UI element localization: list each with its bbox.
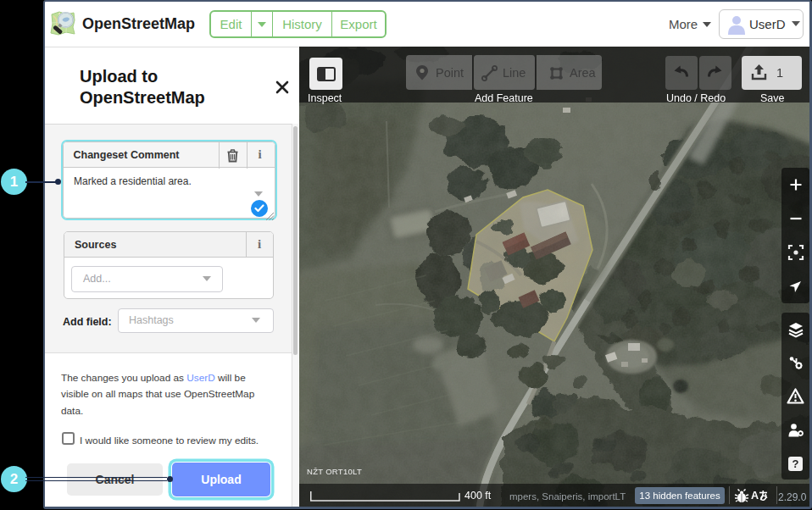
svg-text:?: ?	[793, 457, 799, 470]
